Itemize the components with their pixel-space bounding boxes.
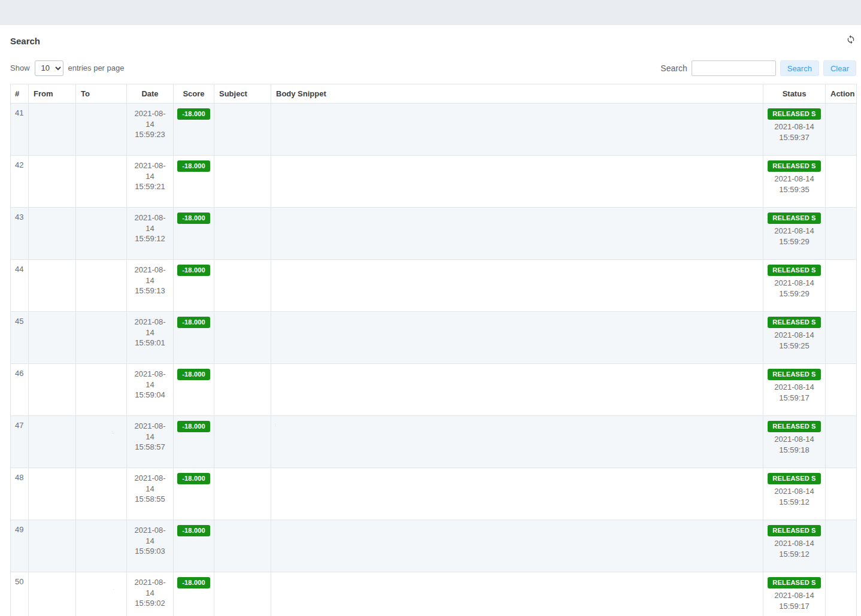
date-cell: 2021-08-14 15:58:55 (127, 468, 174, 520)
status-time-line: 15:59:29 (767, 289, 821, 299)
to-cell (76, 468, 127, 520)
to-cell: . (76, 572, 127, 616)
entries-per-page-group: Show 10 entries per page (10, 60, 124, 76)
column-header-num: # (11, 84, 29, 104)
date-cell: 2021-08-14 15:59:23 (127, 104, 174, 156)
subject-cell (214, 260, 271, 312)
status-time-line: 15:59:35 (767, 184, 821, 195)
body-snippet-cell (271, 312, 763, 364)
table-row: 41 2021-08-14 15:59:23 -18.000 RELEASED … (11, 104, 857, 156)
from-cell (29, 520, 76, 572)
table-row: 47 :. 2021-08-14 15:58:57 -18.000 : RELE… (11, 416, 857, 468)
to-cell (76, 520, 127, 572)
status-badge: RELEASED S (768, 577, 820, 588)
main-content: Search Show 10 entries per page Search S… (0, 35, 861, 616)
status-date-line: 2021-08-14 (767, 174, 821, 184)
date-cell: 2021-08-14 15:59:13 (127, 260, 174, 312)
body-snippet-cell (271, 208, 763, 260)
status-cell: RELEASED S 2021-08-14 15:59:29 (763, 260, 826, 312)
score-badge: -18.000 (177, 317, 210, 328)
date-line: 2021-08-14 (131, 577, 169, 598)
status-cell: RELEASED S 2021-08-14 15:59:18 (763, 416, 826, 468)
search-button[interactable]: Search (780, 60, 819, 76)
body-snippet-cell (271, 156, 763, 208)
row-number-cell: 43 (11, 208, 29, 260)
from-cell (29, 104, 76, 156)
date-line: 2021-08-14 (131, 525, 169, 546)
body-snippet-cell (271, 468, 763, 520)
table-header-row: # From To Date Score Subject Body Snippe… (11, 84, 857, 104)
status-badge: RELEASED S (768, 525, 820, 536)
body-snippet-cell: : (271, 416, 763, 468)
to-cell (76, 364, 127, 416)
status-cell: RELEASED S 2021-08-14 15:59:29 (763, 208, 826, 260)
score-badge: -18.000 (177, 160, 210, 172)
from-cell (29, 364, 76, 416)
body-snippet-cell (271, 104, 763, 156)
from-cell (29, 208, 76, 260)
status-cell: RELEASED S 2021-08-14 15:59:12 (763, 520, 826, 572)
status-date-line: 2021-08-14 (767, 382, 821, 393)
status-date-line: 2021-08-14 (767, 330, 821, 341)
status-badge: RELEASED S (768, 317, 820, 328)
action-cell (826, 520, 857, 572)
search-label: Search (660, 63, 687, 73)
show-label: Show (10, 63, 30, 72)
time-line: 15:59:23 (131, 129, 169, 140)
date-line: 2021-08-14 (131, 473, 169, 494)
redaction-mark: . (80, 585, 123, 591)
score-cell: -18.000 (174, 104, 214, 156)
subject-cell (214, 572, 271, 616)
action-cell (826, 468, 857, 520)
body-snippet-cell (271, 572, 763, 616)
status-badge: RELEASED S (768, 421, 820, 432)
column-header-from: From (29, 84, 76, 104)
time-line: 15:59:02 (131, 598, 169, 609)
refresh-button[interactable] (845, 34, 856, 47)
status-badge: RELEASED S (768, 213, 820, 224)
from-cell (29, 156, 76, 208)
to-cell (76, 260, 127, 312)
status-badge: RELEASED S (768, 108, 820, 120)
clear-button[interactable]: Clear (823, 60, 856, 76)
redaction-mark: :. (80, 429, 123, 435)
action-cell (826, 416, 857, 468)
status-cell: RELEASED S 2021-08-14 15:59:17 (763, 364, 826, 416)
status-date-line: 2021-08-14 (767, 226, 821, 236)
subject-cell (214, 104, 271, 156)
row-number-cell: 41 (11, 104, 29, 156)
action-cell (826, 364, 857, 416)
score-cell: -18.000 (174, 416, 214, 468)
table-row: 45 2021-08-14 15:59:01 -18.000 RELEASED … (11, 312, 857, 364)
score-cell: -18.000 (174, 364, 214, 416)
score-badge: -18.000 (177, 369, 210, 380)
table-row: 42 2021-08-14 15:59:21 -18.000 RELEASED … (11, 156, 857, 208)
to-cell (76, 312, 127, 364)
page-title: Search (10, 36, 40, 46)
score-badge: -18.000 (177, 213, 210, 224)
from-cell (29, 416, 76, 468)
action-cell (826, 104, 857, 156)
table-row: 49 2021-08-14 15:59:03 -18.000 RELEASED … (11, 520, 857, 572)
to-cell (76, 208, 127, 260)
status-cell: RELEASED S 2021-08-14 15:59:35 (763, 156, 826, 208)
time-line: 15:59:21 (131, 181, 169, 192)
results-table: # From To Date Score Subject Body Snippe… (10, 84, 857, 616)
column-header-status: Status (763, 84, 826, 104)
date-line: 2021-08-14 (131, 317, 169, 338)
date-cell: 2021-08-14 15:59:03 (127, 520, 174, 572)
entries-per-page-select[interactable]: 10 (35, 60, 63, 76)
status-badge: RELEASED S (768, 473, 820, 484)
row-number-cell: 50 (11, 572, 29, 616)
title-row: Search (10, 35, 856, 46)
status-time-line: 15:59:17 (767, 601, 821, 612)
to-cell (76, 156, 127, 208)
status-time-line: 15:59:12 (767, 497, 821, 508)
status-date-line: 2021-08-14 (767, 278, 821, 289)
status-cell: RELEASED S 2021-08-14 15:59:25 (763, 312, 826, 364)
top-navbar (0, 0, 861, 25)
status-time-line: 15:59:17 (767, 393, 821, 403)
date-cell: 2021-08-14 15:59:01 (127, 312, 174, 364)
search-input[interactable] (692, 60, 776, 76)
status-time-line: 15:59:29 (767, 236, 821, 247)
